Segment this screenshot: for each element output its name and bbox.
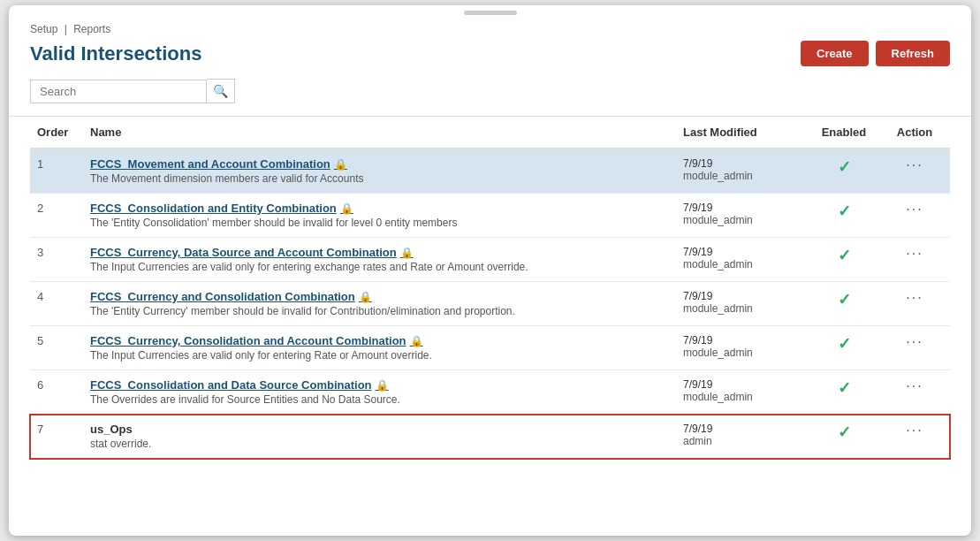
breadcrumb-setup[interactable]: Setup [30,23,57,35]
cell-last-modified: 7/9/19admin [676,415,809,459]
action-menu-button[interactable]: ··· [906,378,923,394]
header-actions: Create Refresh [801,41,950,66]
action-menu-button[interactable]: ··· [906,423,923,438]
cell-name: FCCS_Movement and Account Combination🔒Th… [83,149,676,194]
table-row[interactable]: 3FCCS_Currency, Data Source and Account … [30,238,950,282]
lock-icon: 🔒 [400,247,414,259]
table-row[interactable]: 1FCCS_Movement and Account Combination🔒T… [30,149,950,194]
col-header-order: Order [30,117,83,149]
cell-last-modified: 7/9/19module_admin [676,194,809,238]
table-row[interactable]: 4FCCS_Currency and Consolidation Combina… [30,282,950,326]
enabled-checkmark: ✓ [838,379,851,397]
cell-last-modified: 7/9/19module_admin [676,238,809,282]
action-menu-button[interactable]: ··· [906,334,923,350]
cell-name: FCCS_Currency and Consolidation Combinat… [83,282,676,326]
enabled-checkmark: ✓ [838,202,851,220]
enabled-checkmark: ✓ [838,158,851,176]
create-button[interactable]: Create [801,41,868,66]
intersection-link[interactable]: FCCS_Currency and Consolidation Combinat… [90,290,372,303]
intersection-description: The 'Entity Currency' member should be i… [90,305,669,317]
search-button[interactable]: 🔍 [207,79,235,103]
breadcrumb-reports[interactable]: Reports [73,23,110,35]
cell-enabled: ✓ [809,370,879,415]
intersection-description: stat override. [90,438,669,450]
cell-name: FCCS_Currency, Consolidation and Account… [83,326,676,370]
action-menu-button[interactable]: ··· [906,157,923,173]
cell-order: 1 [30,149,83,194]
cell-action: ··· [879,194,950,238]
cell-enabled: ✓ [809,194,879,238]
cell-action: ··· [879,149,950,194]
cell-name: FCCS_Consolidation and Entity Combinatio… [83,194,676,238]
intersection-description: The Movement dimension members are valid… [90,172,669,185]
action-menu-button[interactable]: ··· [906,202,923,217]
table-row[interactable]: 7us_Opsstat override.7/9/19admin✓··· [30,415,950,459]
cell-enabled: ✓ [809,149,879,194]
cell-order: 6 [30,370,83,415]
cell-last-modified: 7/9/19module_admin [676,149,809,194]
cell-order: 2 [30,194,83,238]
cell-action: ··· [879,326,950,370]
enabled-checkmark: ✓ [838,423,851,441]
page-title: Valid Intersections [30,42,201,65]
lock-icon: 🔒 [340,202,353,215]
enabled-checkmark: ✓ [838,335,851,353]
intersection-link[interactable]: FCCS_Consolidation and Entity Combinatio… [90,202,353,215]
cell-last-modified: 7/9/19module_admin [676,326,809,370]
cell-name: us_Opsstat override. [83,415,676,459]
lock-icon: 🔒 [334,158,347,171]
intersection-link[interactable]: FCCS_Currency, Data Source and Account C… [90,246,414,259]
cell-order: 5 [30,326,83,370]
intersection-description: The 'Entity Consolidation' member should… [90,217,669,229]
cell-action: ··· [879,370,950,415]
main-window: Setup | Reports Valid Intersections Crea… [9,5,971,536]
cell-order: 4 [30,282,83,326]
cell-action: ··· [879,238,950,282]
cell-enabled: ✓ [809,326,879,370]
table-row[interactable]: 6FCCS_Consolidation and Data Source Comb… [30,370,950,415]
col-header-modified: Last Modified [676,117,809,149]
search-row: 🔍 [30,79,950,103]
intersection-description: The Input Currencies are valid only for … [90,261,669,273]
breadcrumb: Setup | Reports [30,23,950,35]
refresh-button[interactable]: Refresh [876,41,950,66]
table-header: Order Name Last Modified Enabled Action [30,117,950,149]
table-body: 1FCCS_Movement and Account Combination🔒T… [30,149,950,459]
header-row: Valid Intersections Create Refresh [30,41,950,66]
intersection-name: us_Ops [90,423,133,436]
col-header-action: Action [879,117,950,149]
cell-action: ··· [879,415,950,459]
cell-enabled: ✓ [809,238,879,282]
cell-last-modified: 7/9/19module_admin [676,370,809,415]
intersection-link[interactable]: FCCS_Currency, Consolidation and Account… [90,334,423,347]
cell-order: 7 [30,415,83,459]
lock-icon: 🔒 [359,291,372,303]
intersections-table: Order Name Last Modified Enabled Action … [30,117,950,459]
col-header-enabled: Enabled [809,117,879,149]
drag-handle [464,11,517,15]
cell-enabled: ✓ [809,282,879,326]
cell-action: ··· [879,282,950,326]
cell-last-modified: 7/9/19module_admin [676,282,809,326]
enabled-checkmark: ✓ [838,247,851,264]
cell-enabled: ✓ [809,415,879,459]
intersection-link[interactable]: FCCS_Consolidation and Data Source Combi… [90,378,389,392]
table-row[interactable]: 2FCCS_Consolidation and Entity Combinati… [30,194,950,238]
action-menu-button[interactable]: ··· [906,290,923,306]
breadcrumb-sep: | [65,23,67,35]
page-header: Setup | Reports Valid Intersections Crea… [9,5,971,117]
action-menu-button[interactable]: ··· [906,246,923,262]
intersection-link[interactable]: FCCS_Movement and Account Combination🔒 [90,157,347,171]
col-header-name: Name [83,117,676,149]
search-input[interactable] [30,80,207,103]
enabled-checkmark: ✓ [838,291,851,309]
cell-name: FCCS_Currency, Data Source and Account C… [83,238,676,282]
lock-icon: 🔒 [410,335,423,347]
search-icon: 🔍 [213,84,228,98]
table-row[interactable]: 5FCCS_Currency, Consolidation and Accoun… [30,326,950,370]
intersection-description: The Input Currencies are valid only for … [90,349,669,362]
lock-icon: 🔒 [376,379,389,392]
intersection-description: The Overrides are invalid for Source Ent… [90,393,669,406]
table-content: Order Name Last Modified Enabled Action … [9,117,971,476]
cell-name: FCCS_Consolidation and Data Source Combi… [83,370,676,415]
